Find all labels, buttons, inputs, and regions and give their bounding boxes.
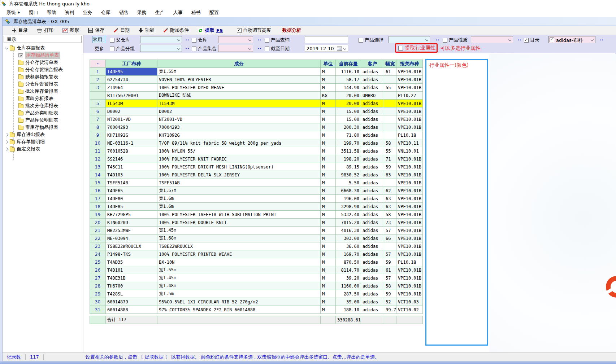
data-cell[interactable]: adidas [361, 266, 384, 274]
checkbox-icon[interactable] [359, 38, 363, 43]
data-cell[interactable]: VPE10.01B [396, 274, 423, 282]
data-cell[interactable]: T4DE80 [106, 195, 157, 203]
end-date-checkbox[interactable]: 截至日期 [265, 45, 290, 52]
row-number-cell[interactable]: 28 [90, 282, 106, 290]
data-cell[interactable]: 55 [384, 84, 396, 92]
data-cell[interactable]: 宽1.48m [157, 282, 321, 290]
row-number-cell[interactable]: 10 [90, 139, 106, 147]
data-cell[interactable]: 60014879 [106, 298, 157, 306]
data-cell[interactable]: 5332.40 [336, 211, 361, 219]
data-cell[interactable]: M [321, 84, 336, 92]
menu-item-12[interactable]: 配置 [205, 8, 223, 17]
ellipsis-button[interactable]: ·· [257, 37, 262, 43]
data-cell[interactable]: 71.80 [336, 131, 361, 139]
data-cell[interactable] [384, 92, 396, 100]
data-cell[interactable]: 宽1.55m [157, 266, 321, 274]
data-cell[interactable]: T4D103 [106, 171, 157, 179]
data-cell[interactable]: VPE10.01B [396, 155, 423, 163]
tree-item-label[interactable]: 产品库位明细表 [25, 117, 58, 123]
data-cell[interactable]: 70004293 [157, 123, 321, 131]
tree-item-label[interactable]: 分仓存货清单表 [25, 59, 58, 66]
data-cell[interactable]: R11756720001 [106, 92, 157, 100]
data-cell[interactable]: M [321, 234, 336, 242]
chevron-down-icon[interactable] [5, 46, 9, 49]
data-cell[interactable]: M [321, 274, 336, 282]
data-cell[interactable]: 宽1.45m [157, 227, 321, 234]
data-cell[interactable]: MB2253MWF [106, 227, 157, 234]
tree-item[interactable]: 分仓存货综合报表 [3, 66, 83, 73]
row-number-cell[interactable]: 8 [90, 123, 106, 131]
tree-item-label[interactable]: 库存单据明细 [17, 139, 45, 145]
column-header-unit[interactable]: 单位 [321, 60, 336, 68]
row-number-cell[interactable]: 27 [90, 274, 106, 282]
data-cell[interactable]: adidas [361, 108, 384, 115]
tree-item[interactable]: 分仓存货清单表 [3, 59, 83, 66]
data-cell[interactable]: M [321, 250, 336, 258]
data-cell[interactable]: 144.90 [336, 84, 361, 92]
tab-common[interactable]: 常用 [92, 36, 106, 43]
data-cell[interactable]: 5.50 [336, 179, 361, 187]
tree-item-label[interactable]: 批次分仓库报表 [25, 102, 58, 109]
data-cell[interactable]: M [321, 219, 336, 227]
data-cell[interactable]: VPE10.01B [396, 250, 423, 258]
tree-item[interactable]: 分仓库告警报表 [3, 80, 83, 88]
column-header-customer[interactable]: 客户 [361, 60, 384, 68]
data-cell[interactable]: adidas [361, 179, 384, 187]
row-number-cell[interactable]: 16 [90, 187, 106, 195]
tree-item-label[interactable]: 库龄分析报表 [25, 95, 53, 102]
data-cell[interactable]: 870.50 [336, 258, 361, 266]
data-cell[interactable]: VPE10.01B [396, 211, 423, 219]
data-cell[interactable]: adidas [361, 123, 384, 131]
ellipsis-button[interactable]: ·· [517, 37, 522, 43]
data-cell[interactable]: 3511.58 [336, 147, 361, 155]
tree-item-label[interactable]: 库存进出报表 [17, 131, 45, 138]
data-cell[interactable]: TSFF51AB [106, 179, 157, 187]
data-cell[interactable]: adidas [361, 115, 384, 123]
data-cell[interactable]: VPE10.01B [396, 115, 423, 123]
data-cell[interactable]: KH71092G [157, 131, 321, 139]
data-cell[interactable]: VPE10.01B [396, 100, 423, 108]
row-number-cell[interactable]: 26 [90, 266, 106, 274]
data-cell[interactable]: M [321, 123, 336, 131]
data-cell[interactable]: 58.17 [336, 76, 361, 84]
data-cell[interactable]: adidas [361, 163, 384, 171]
data-cell[interactable]: KTN6020D [106, 219, 157, 227]
data-cell[interactable]: M [321, 108, 336, 115]
catalog-select[interactable]: ✓ adidas-布料 [548, 36, 595, 43]
data-cell[interactable]: 100% POLYESTER PRINTED WEAVE [157, 250, 321, 258]
data-cell[interactable]: 63 [384, 171, 396, 179]
data-cell[interactable]: 36.60 [336, 242, 361, 250]
row-number-cell[interactable]: 1 [90, 68, 106, 76]
data-cell[interactable]: NT2001-VD [157, 115, 321, 123]
row-number-cell[interactable]: 14 [90, 171, 106, 179]
data-cell[interactable]: NE-03094 [106, 234, 157, 242]
data-cell[interactable]: VPE10.11 [396, 139, 423, 147]
data-cell[interactable]: 39.00 [336, 298, 361, 306]
data-cell[interactable]: D0002 [106, 108, 157, 115]
data-cell[interactable]: VPE10.01B [396, 282, 423, 290]
data-cell[interactable]: NT2001-VD [106, 115, 157, 123]
product-query-checkbox[interactable]: 产品查询 [265, 37, 290, 43]
chevron-right-icon[interactable] [5, 140, 9, 144]
data-cell[interactable]: T4DE85 [106, 203, 157, 211]
tree-item-label[interactable]: 仓库存量报表 [17, 45, 45, 51]
data-cell[interactable]: adidas [361, 227, 384, 234]
data-cell[interactable]: 52 [384, 298, 396, 306]
row-number-cell[interactable]: 30 [90, 298, 106, 306]
row-number-cell[interactable]: 12 [90, 155, 106, 163]
column-header-width[interactable]: 幅宽 [384, 60, 396, 68]
data-cell[interactable]: 169.70 [336, 250, 361, 258]
data-cell[interactable]: VPE10.01B [396, 195, 423, 203]
data-cell[interactable]: M [321, 139, 336, 147]
auto-height-checkbox[interactable]: ✓ 自动调节高度 [237, 27, 271, 34]
data-cell[interactable]: 100% NYLON 55/ [157, 147, 321, 155]
menu-item-10[interactable]: 人事 [169, 8, 187, 17]
tree-item-label[interactable]: 分仓存货综合报表 [25, 66, 63, 73]
data-cell[interactable]: VPE10.01B [396, 266, 423, 274]
data-cell[interactable]: TL543M [157, 100, 321, 108]
data-cell[interactable]: adidas [361, 234, 384, 242]
data-cell[interactable]: VNL10.01 [396, 147, 423, 155]
data-cell[interactable]: adidas [361, 139, 384, 147]
menu-item-11[interactable]: 秘书 [187, 8, 205, 17]
tree-item-label[interactable]: 分仓库告警报表 [25, 81, 58, 87]
